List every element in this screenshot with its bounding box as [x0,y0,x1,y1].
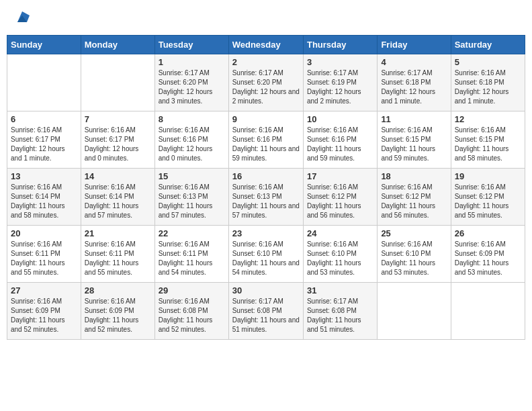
calendar-week-row: 6Sunrise: 6:16 AM Sunset: 6:17 PM Daylig… [7,111,525,169]
day-info: Sunrise: 6:17 AM Sunset: 6:18 PM Dayligh… [381,68,447,106]
day-info: Sunrise: 6:16 AM Sunset: 6:18 PM Dayligh… [455,68,521,106]
day-info: Sunrise: 6:17 AM Sunset: 6:19 PM Dayligh… [307,68,373,106]
calendar-cell: 2Sunrise: 6:17 AM Sunset: 6:20 PM Daylig… [228,54,303,111]
weekday-header-wednesday: Wednesday [228,36,303,54]
calendar-cell: 23Sunrise: 6:16 AM Sunset: 6:10 PM Dayli… [228,226,303,283]
day-number: 31 [307,285,373,295]
calendar-cell: 3Sunrise: 6:17 AM Sunset: 6:19 PM Daylig… [303,54,377,111]
day-number: 10 [307,114,373,124]
weekday-header-sunday: Sunday [7,36,81,54]
day-info: Sunrise: 6:17 AM Sunset: 6:08 PM Dayligh… [307,297,373,334]
calendar-cell: 19Sunrise: 6:16 AM Sunset: 6:12 PM Dayli… [451,169,525,226]
calendar-cell: 7Sunrise: 6:16 AM Sunset: 6:17 PM Daylig… [81,111,154,169]
day-info: Sunrise: 6:16 AM Sunset: 6:12 PM Dayligh… [455,183,521,220]
day-number: 16 [232,171,300,181]
calendar-cell: 13Sunrise: 6:16 AM Sunset: 6:14 PM Dayli… [7,169,81,226]
calendar-cell: 1Sunrise: 6:17 AM Sunset: 6:20 PM Daylig… [154,54,228,111]
day-info: Sunrise: 6:16 AM Sunset: 6:14 PM Dayligh… [11,183,77,220]
calendar-cell: 10Sunrise: 6:16 AM Sunset: 6:16 PM Dayli… [303,111,377,169]
day-number: 21 [85,228,151,238]
weekday-header-thursday: Thursday [303,36,377,54]
day-info: Sunrise: 6:16 AM Sunset: 6:09 PM Dayligh… [455,240,521,277]
day-number: 27 [11,285,77,295]
day-info: Sunrise: 6:16 AM Sunset: 6:10 PM Dayligh… [307,240,373,277]
calendar-cell: 14Sunrise: 6:16 AM Sunset: 6:14 PM Dayli… [81,169,154,226]
day-number: 17 [307,171,373,181]
calendar-cell: 24Sunrise: 6:16 AM Sunset: 6:10 PM Dayli… [303,226,377,283]
day-info: Sunrise: 6:16 AM Sunset: 6:12 PM Dayligh… [381,183,447,220]
calendar-cell [81,54,154,111]
day-info: Sunrise: 6:16 AM Sunset: 6:16 PM Dayligh… [232,126,300,163]
day-number: 30 [232,285,300,295]
day-number: 11 [381,114,447,124]
weekday-header-saturday: Saturday [451,36,525,54]
calendar-cell [7,54,81,111]
calendar-cell: 16Sunrise: 6:16 AM Sunset: 6:13 PM Dayli… [228,169,303,226]
weekday-header-friday: Friday [378,36,451,54]
calendar-cell: 25Sunrise: 6:16 AM Sunset: 6:10 PM Dayli… [378,226,451,283]
day-number: 13 [11,171,77,181]
day-number: 15 [159,171,225,181]
day-info: Sunrise: 6:16 AM Sunset: 6:15 PM Dayligh… [455,126,521,163]
day-info: Sunrise: 6:16 AM Sunset: 6:16 PM Dayligh… [159,126,225,163]
calendar-cell: 27Sunrise: 6:16 AM Sunset: 6:09 PM Dayli… [7,283,81,340]
calendar-cell: 6Sunrise: 6:16 AM Sunset: 6:17 PM Daylig… [7,111,81,169]
day-info: Sunrise: 6:17 AM Sunset: 6:20 PM Dayligh… [232,68,300,106]
calendar-cell: 28Sunrise: 6:16 AM Sunset: 6:09 PM Dayli… [81,283,154,340]
calendar-cell: 17Sunrise: 6:16 AM Sunset: 6:12 PM Dayli… [303,169,377,226]
day-number: 5 [455,57,521,67]
day-info: Sunrise: 6:17 AM Sunset: 6:20 PM Dayligh… [159,68,225,106]
calendar-cell: 12Sunrise: 6:16 AM Sunset: 6:15 PM Dayli… [451,111,525,169]
day-info: Sunrise: 6:16 AM Sunset: 6:08 PM Dayligh… [159,297,225,334]
day-info: Sunrise: 6:16 AM Sunset: 6:10 PM Dayligh… [232,240,300,277]
calendar-cell [378,283,451,340]
day-number: 26 [455,228,521,238]
day-number: 23 [232,228,300,238]
calendar-cell: 26Sunrise: 6:16 AM Sunset: 6:09 PM Dayli… [451,226,525,283]
day-number: 12 [455,114,521,124]
day-number: 1 [159,57,225,67]
calendar-cell: 21Sunrise: 6:16 AM Sunset: 6:11 PM Dayli… [81,226,154,283]
day-number: 6 [11,114,77,124]
day-info: Sunrise: 6:16 AM Sunset: 6:17 PM Dayligh… [11,126,77,163]
calendar-cell: 29Sunrise: 6:16 AM Sunset: 6:08 PM Dayli… [154,283,228,340]
day-info: Sunrise: 6:16 AM Sunset: 6:11 PM Dayligh… [159,240,225,277]
logo-icon [15,10,30,25]
calendar-cell: 31Sunrise: 6:17 AM Sunset: 6:08 PM Dayli… [303,283,377,340]
day-number: 24 [307,228,373,238]
day-number: 3 [307,57,373,67]
calendar-week-row: 27Sunrise: 6:16 AM Sunset: 6:09 PM Dayli… [7,283,525,340]
calendar-cell: 8Sunrise: 6:16 AM Sunset: 6:16 PM Daylig… [154,111,228,169]
day-info: Sunrise: 6:16 AM Sunset: 6:17 PM Dayligh… [85,126,151,163]
day-number: 20 [11,228,77,238]
day-number: 4 [381,57,447,67]
day-number: 25 [381,228,447,238]
weekday-header-row: SundayMondayTuesdayWednesdayThursdayFrid… [7,36,525,54]
day-info: Sunrise: 6:16 AM Sunset: 6:14 PM Dayligh… [85,183,151,220]
weekday-header-tuesday: Tuesday [154,36,228,54]
day-info: Sunrise: 6:16 AM Sunset: 6:09 PM Dayligh… [85,297,151,334]
day-number: 19 [455,171,521,181]
day-info: Sunrise: 6:16 AM Sunset: 6:11 PM Dayligh… [85,240,151,277]
day-info: Sunrise: 6:16 AM Sunset: 6:13 PM Dayligh… [159,183,225,220]
day-info: Sunrise: 6:16 AM Sunset: 6:11 PM Dayligh… [11,240,77,277]
calendar-cell: 11Sunrise: 6:16 AM Sunset: 6:15 PM Dayli… [378,111,451,169]
calendar-cell [451,283,525,340]
day-number: 18 [381,171,447,181]
calendar-cell: 22Sunrise: 6:16 AM Sunset: 6:11 PM Dayli… [154,226,228,283]
logo [13,10,30,25]
day-info: Sunrise: 6:16 AM Sunset: 6:15 PM Dayligh… [381,126,447,163]
weekday-header-monday: Monday [81,36,154,54]
day-number: 8 [159,114,225,124]
day-info: Sunrise: 6:16 AM Sunset: 6:09 PM Dayligh… [11,297,77,334]
calendar-cell: 20Sunrise: 6:16 AM Sunset: 6:11 PM Dayli… [7,226,81,283]
calendar-table: SundayMondayTuesdayWednesdayThursdayFrid… [7,35,525,340]
calendar-cell: 15Sunrise: 6:16 AM Sunset: 6:13 PM Dayli… [154,169,228,226]
calendar-cell: 18Sunrise: 6:16 AM Sunset: 6:12 PM Dayli… [378,169,451,226]
calendar-week-row: 1Sunrise: 6:17 AM Sunset: 6:20 PM Daylig… [7,54,525,111]
day-info: Sunrise: 6:16 AM Sunset: 6:10 PM Dayligh… [381,240,447,277]
calendar-cell: 5Sunrise: 6:16 AM Sunset: 6:18 PM Daylig… [451,54,525,111]
day-info: Sunrise: 6:16 AM Sunset: 6:13 PM Dayligh… [232,183,300,220]
calendar-cell: 30Sunrise: 6:17 AM Sunset: 6:08 PM Dayli… [228,283,303,340]
day-info: Sunrise: 6:17 AM Sunset: 6:08 PM Dayligh… [232,297,300,334]
